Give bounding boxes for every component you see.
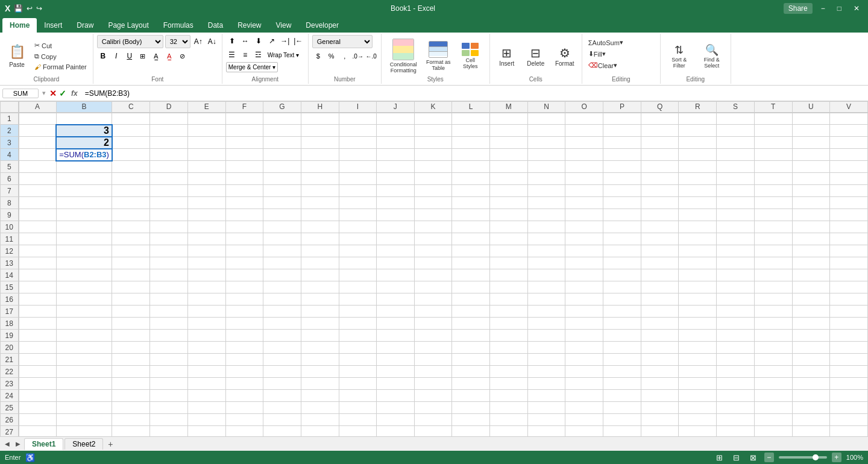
format-as-table-button[interactable]: Format as Table	[422, 39, 454, 73]
close-button[interactable]: ✕	[850, 3, 863, 14]
cell-S8[interactable]	[717, 197, 755, 209]
cell-C9[interactable]	[112, 209, 150, 221]
cell-V14[interactable]	[830, 269, 868, 281]
cell-L8[interactable]	[452, 197, 490, 209]
row-header-2[interactable]: 2	[1, 125, 19, 137]
cell-J19[interactable]	[377, 330, 415, 342]
cell-G25[interactable]	[263, 402, 301, 414]
cell-J14[interactable]	[377, 269, 415, 281]
cell-F4[interactable]	[225, 149, 263, 161]
cell-L24[interactable]	[452, 390, 490, 402]
cell-K13[interactable]	[414, 257, 452, 269]
cell-P23[interactable]	[603, 378, 641, 390]
cell-P13[interactable]	[603, 257, 641, 269]
sheet-nav-right[interactable]: ▶	[13, 439, 23, 449]
cell-C8[interactable]	[112, 197, 150, 209]
cell-T8[interactable]	[754, 197, 792, 209]
cell-I19[interactable]	[339, 330, 376, 342]
cell-S13[interactable]	[717, 257, 755, 269]
cell-O5[interactable]	[565, 161, 603, 173]
cell-I2[interactable]	[339, 125, 376, 137]
cell-I20[interactable]	[339, 342, 376, 354]
cell-C24[interactable]	[112, 390, 150, 402]
cell-O25[interactable]	[565, 402, 603, 414]
cell-L27[interactable]	[452, 426, 490, 437]
cell-U15[interactable]	[792, 281, 830, 293]
cell-C6[interactable]	[112, 173, 150, 185]
cell-O18[interactable]	[565, 318, 603, 330]
cell-M27[interactable]	[489, 426, 527, 437]
cell-D14[interactable]	[150, 269, 188, 281]
row-header-10[interactable]: 10	[1, 221, 19, 233]
cell-T25[interactable]	[754, 402, 792, 414]
percent-button[interactable]: %	[326, 50, 338, 62]
cell-J15[interactable]	[377, 281, 415, 293]
cell-N5[interactable]	[527, 161, 565, 173]
increase-font-size-button[interactable]: A↑	[192, 36, 204, 48]
cell-K20[interactable]	[414, 342, 452, 354]
cell-S27[interactable]	[717, 426, 755, 437]
cell-S11[interactable]	[717, 233, 755, 245]
cell-N6[interactable]	[527, 173, 565, 185]
cell-G16[interactable]	[263, 293, 301, 306]
cell-L14[interactable]	[452, 269, 490, 281]
cell-A1[interactable]	[19, 113, 57, 125]
delete-cells-button[interactable]: ⊟ Delete	[523, 39, 549, 73]
paste-button[interactable]: 📋 Paste	[4, 39, 30, 73]
cell-O4[interactable]	[565, 149, 603, 161]
tab-formulas[interactable]: Formulas	[156, 18, 201, 33]
cell-L13[interactable]	[452, 257, 490, 269]
cell-V3[interactable]	[830, 137, 868, 149]
cell-F12[interactable]	[225, 245, 263, 257]
cell-D24[interactable]	[150, 390, 188, 402]
cell-T7[interactable]	[754, 185, 792, 197]
cell-E1[interactable]	[187, 113, 225, 125]
cell-A9[interactable]	[19, 209, 57, 221]
cell-K10[interactable]	[414, 221, 452, 233]
cell-V16[interactable]	[830, 293, 868, 306]
cell-C13[interactable]	[112, 257, 150, 269]
row-header-8[interactable]: 8	[1, 197, 19, 209]
cell-B15[interactable]	[56, 281, 112, 293]
cell-H6[interactable]	[301, 173, 339, 185]
zoom-in-button[interactable]: +	[832, 453, 841, 462]
cut-button[interactable]: ✂ Cut	[32, 40, 89, 51]
cell-V21[interactable]	[830, 354, 868, 366]
cell-O17[interactable]	[565, 306, 603, 318]
cell-N19[interactable]	[527, 330, 565, 342]
cell-E7[interactable]	[187, 185, 225, 197]
cell-Q25[interactable]	[641, 402, 679, 414]
sheet-tab-sheet1[interactable]: Sheet1	[24, 438, 63, 450]
cell-N4[interactable]	[527, 149, 565, 161]
share-button[interactable]: Share	[784, 3, 813, 14]
cell-K6[interactable]	[414, 173, 452, 185]
cell-R16[interactable]	[679, 293, 717, 306]
cell-N24[interactable]	[527, 390, 565, 402]
cell-G23[interactable]	[263, 378, 301, 390]
find-select-button[interactable]: 🔍 Find & Select	[697, 39, 727, 73]
cell-B11[interactable]	[56, 233, 112, 245]
col-G[interactable]: G	[263, 102, 301, 113]
cell-B2[interactable]: 3	[56, 125, 112, 137]
cell-U18[interactable]	[792, 318, 830, 330]
cell-T23[interactable]	[754, 378, 792, 390]
cell-D11[interactable]	[150, 233, 188, 245]
cell-N10[interactable]	[527, 221, 565, 233]
cell-I14[interactable]	[339, 269, 376, 281]
cell-N11[interactable]	[527, 233, 565, 245]
cell-E5[interactable]	[187, 161, 225, 173]
cell-S15[interactable]	[717, 281, 755, 293]
cell-B10[interactable]	[56, 221, 112, 233]
cell-A8[interactable]	[19, 197, 57, 209]
cell-M8[interactable]	[489, 197, 527, 209]
cell-N9[interactable]	[527, 209, 565, 221]
cell-Q21[interactable]	[641, 354, 679, 366]
cell-R1[interactable]	[679, 113, 717, 125]
cell-I21[interactable]	[339, 354, 376, 366]
cell-H5[interactable]	[301, 161, 339, 173]
cell-Q12[interactable]	[641, 245, 679, 257]
row-header-1[interactable]: 1	[1, 113, 19, 125]
cell-H1[interactable]	[301, 113, 339, 125]
cell-N8[interactable]	[527, 197, 565, 209]
cell-I24[interactable]	[339, 390, 376, 402]
